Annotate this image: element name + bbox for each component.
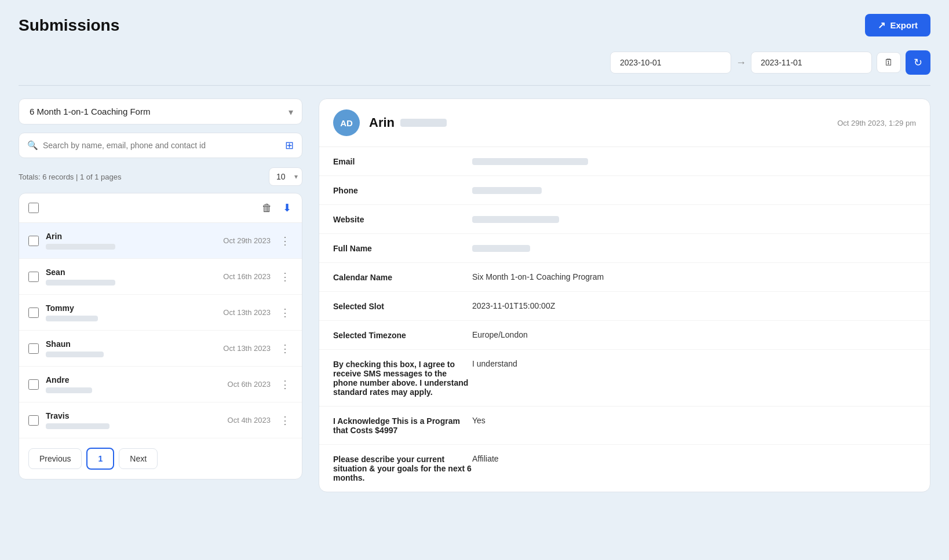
more-options-button[interactable]: ⋮ [278,377,293,392]
field-label: Phone [333,185,472,195]
detail-header: AD Arin Oct 29th 2023, 1:29 pm [319,99,930,147]
more-options-button[interactable]: ⋮ [278,305,293,320]
next-button[interactable]: Next [119,448,158,469]
field-row-goals: Please describe your current situation &… [319,445,930,492]
field-row-sms: By checking this box, I agree to receive… [319,350,930,407]
row-sub-text [46,352,104,357]
row-name: Arin [46,232,216,241]
row-sub-text [46,316,98,321]
field-row-calendar: Calendar Name Six Month 1-on-1 Coaching … [319,263,930,292]
row-sub-text [46,423,110,429]
field-label: Selected Timezone [333,330,472,340]
more-options-button[interactable]: ⋮ [278,233,293,248]
field-row-timezone: Selected Timezone Europe/London [319,321,930,350]
field-row-slot: Selected Slot 2023-11-01T15:00:00Z [319,292,930,321]
export-button[interactable]: ↗ Export [865,14,930,36]
pagination: Previous 1 Next [19,438,302,479]
row-date: Oct 29th 2023 [223,236,271,245]
blurred-value [472,216,559,223]
name-blur [400,119,447,127]
table-row[interactable]: Andre Oct 6th 2023 ⋮ [19,367,302,402]
field-value: I understand [472,359,916,368]
field-row-fullname: Full Name [319,234,930,263]
download-icon-button[interactable]: ⬇ [282,200,293,215]
date-start-input[interactable] [610,52,731,74]
search-input[interactable] [43,141,280,150]
row-date: Oct 16th 2023 [223,272,271,281]
field-label: Email [333,156,472,166]
table-row[interactable]: Travis Oct 4th 2023 ⋮ [19,402,302,438]
row-date: Oct 13th 2023 [223,344,271,353]
submissions-table: 🗑 ⬇ Arin Oct 29th 2023 ⋮ S [19,193,302,480]
field-value: Yes [472,416,916,425]
blurred-value [472,158,588,165]
field-value: Europe/London [472,330,916,339]
row-name: Travis [46,411,221,420]
field-value: Affiliate [472,454,916,463]
field-label: I Acknowledge This is a Program that Cos… [333,416,472,435]
field-label: Calendar Name [333,272,472,282]
row-checkbox[interactable] [28,236,39,246]
calendar-icon-button[interactable]: 🗓 [877,52,901,73]
table-row[interactable]: Sean Oct 16th 2023 ⋮ [19,259,302,295]
row-name: Shaun [46,339,216,349]
per-page-select[interactable]: 10 25 50 [269,167,302,186]
export-icon: ↗ [878,20,885,31]
field-label: Selected Slot [333,301,472,311]
field-value [472,214,916,224]
detail-fields: Email Phone Website [319,147,930,492]
field-row-website: Website [319,205,930,234]
totals-text: Totals: 6 records | 1 of 1 pages [19,173,122,181]
row-name: Andre [46,375,221,385]
delete-icon-button[interactable]: 🗑 [261,201,273,215]
field-label: Full Name [333,243,472,253]
select-all-checkbox[interactable] [28,203,39,213]
field-row-email: Email [319,147,930,176]
field-label: Website [333,214,472,224]
date-end-input[interactable] [751,52,872,74]
table-row[interactable]: Arin Oct 29th 2023 ⋮ [19,223,302,259]
row-sub-text [46,280,115,286]
more-options-button[interactable]: ⋮ [278,413,293,428]
filter-icon[interactable]: ⊞ [285,139,294,152]
row-date: Oct 13th 2023 [223,308,271,317]
table-row[interactable]: Tommy Oct 13th 2023 ⋮ [19,295,302,331]
date-arrow-icon: → [736,57,746,69]
search-icon: 🔍 [27,140,38,151]
row-name: Sean [46,268,216,277]
row-checkbox[interactable] [28,379,39,390]
detail-timestamp: Oct 29th 2023, 1:29 pm [837,119,916,127]
row-sub-text [46,387,92,393]
detail-panel: AD Arin Oct 29th 2023, 1:29 pm Email Pho… [319,98,930,492]
left-panel: 6 Month 1-on-1 Coaching Form ▾ 🔍 ⊞ Total… [19,98,302,480]
field-value: 2023-11-01T15:00:00Z [472,301,916,310]
field-value [472,156,916,166]
field-row-phone: Phone [319,176,930,205]
row-date: Oct 6th 2023 [228,380,271,389]
page-title: Submissions [19,16,119,35]
page-1-button[interactable]: 1 [86,448,114,470]
refresh-button[interactable]: ↻ [906,50,930,75]
divider [19,85,930,86]
row-sub-text [46,244,115,250]
row-name: Tommy [46,303,216,313]
previous-button[interactable]: Previous [28,448,82,469]
blurred-value [472,187,542,194]
row-checkbox[interactable] [28,272,39,282]
row-checkbox[interactable] [28,308,39,318]
field-label: Please describe your current situation &… [333,454,472,482]
blurred-value [472,245,530,252]
form-select[interactable]: 6 Month 1-on-1 Coaching Form [19,98,302,125]
row-checkbox[interactable] [28,415,39,426]
field-value [472,243,916,252]
field-row-acknowledge: I Acknowledge This is a Program that Cos… [319,407,930,445]
row-date: Oct 4th 2023 [228,416,271,424]
table-row[interactable]: Shaun Oct 13th 2023 ⋮ [19,331,302,367]
date-range-bar: → 🗓 ↻ [19,50,930,75]
more-options-button[interactable]: ⋮ [278,269,293,284]
row-checkbox[interactable] [28,343,39,354]
field-value: Six Month 1-on-1 Coaching Program [472,272,916,281]
avatar: AD [333,109,360,136]
more-options-button[interactable]: ⋮ [278,341,293,356]
field-label: By checking this box, I agree to receive… [333,359,472,397]
